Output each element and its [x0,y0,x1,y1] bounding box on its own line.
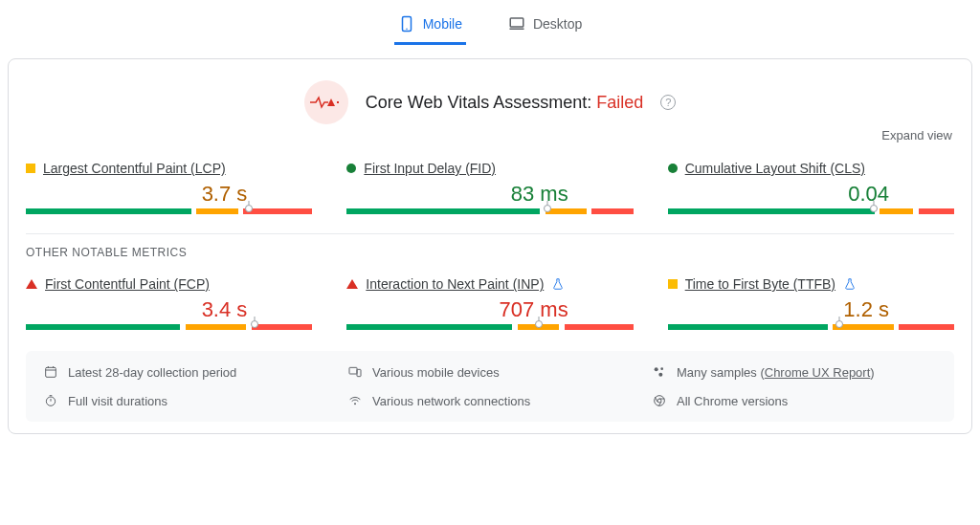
devices-icon [347,364,363,380]
assessment-prefix: Core Web Vitals Assessment: [366,93,596,112]
assessment-status: Failed [596,93,643,112]
footer-period: Latest 28-day collection period [43,364,328,380]
footer-period-text: Latest 28-day collection period [68,365,236,380]
vitals-card: Core Web Vitals Assessment: Failed ? Exp… [8,58,972,434]
stopwatch-icon [43,393,58,408]
metric-value: 1.2 s [668,297,954,322]
tab-mobile-label: Mobile [423,16,462,32]
metric-name-link[interactable]: First Input Delay (FID) [364,161,496,176]
metric-lcp: Largest Contentful Paint (LCP)3.7 s [26,161,312,214]
vitals-pulse-icon [304,80,348,124]
status-shape-icon [26,279,37,289]
footer-versions-text: All Chrome versions [677,394,788,408]
status-shape-icon [346,279,358,289]
footer-samples-text: Many samples (Chrome UX Report) [677,365,875,380]
metric-ttfb: Time to First Byte (TTFB)1.2 s [668,276,954,330]
footer-devices-text: Various mobile devices [372,365,500,380]
metric-value: 0.04 [668,182,954,207]
footer-network: Various network connections [347,393,633,408]
desktop-icon [508,15,525,33]
svg-rect-5 [337,101,339,103]
tab-desktop[interactable]: Desktop [504,10,586,45]
chrome-icon [652,393,667,408]
metric-name-link[interactable]: First Contentful Paint (FCP) [45,276,210,292]
metric-name-link[interactable]: Time to First Byte (TTFB) [685,276,835,292]
footer-samples: Many samples (Chrome UX Report) [652,364,937,380]
section-divider [26,233,954,234]
wifi-icon [347,393,363,408]
metric-distribution-bar [668,208,954,214]
metric-fcp: First Contentful Paint (FCP)3.4 s [26,276,312,330]
metric-value: 83 ms [346,182,633,207]
calendar-icon [43,364,58,380]
svg-point-1 [406,29,408,31]
help-icon[interactable]: ? [660,95,676,110]
svg-rect-6 [46,367,56,377]
core-vitals-grid: Largest Contentful Paint (LCP)3.7 s Firs… [26,161,954,214]
metric-name-link[interactable]: Largest Contentful Paint (LCP) [43,161,226,176]
svg-rect-11 [357,369,361,376]
samples-icon [652,364,667,380]
metric-distribution-bar [346,324,633,330]
metric-inp: Interaction to Next Paint (INP)707 ms [346,276,633,330]
assessment-row: Core Web Vitals Assessment: Failed ? [26,80,954,124]
svg-point-14 [658,373,662,377]
device-tabs: Mobile Desktop [0,0,980,45]
svg-rect-3 [509,29,523,31]
expand-view-link[interactable]: Expand view [881,128,952,142]
footer-durations-text: Full visit durations [68,394,167,408]
svg-marker-4 [327,98,335,106]
mobile-icon [398,15,415,33]
other-metrics-label: OTHER NOTABLE METRICS [26,246,954,259]
assessment-title: Core Web Vitals Assessment: Failed [366,93,643,113]
footer-versions: All Chrome versions [652,393,937,408]
tab-desktop-label: Desktop [533,16,582,32]
metric-distribution-bar [26,208,312,214]
metric-distribution-bar [668,324,954,330]
svg-rect-10 [349,367,357,374]
svg-point-18 [354,403,356,405]
metric-value: 3.4 s [26,297,312,322]
other-metrics-grid: First Contentful Paint (FCP)3.4 s Intera… [26,276,954,330]
status-shape-icon [346,164,356,173]
svg-point-12 [655,367,658,371]
footer-box: Latest 28-day collection period Various … [26,351,954,422]
footer-durations: Full visit durations [43,393,328,408]
flask-icon [551,277,565,291]
flask-icon [843,277,857,291]
metric-distribution-bar [26,324,312,330]
tab-mobile[interactable]: Mobile [394,10,466,45]
svg-point-13 [660,367,663,370]
metric-value: 707 ms [346,297,633,322]
svg-line-22 [655,397,657,402]
status-shape-icon [668,164,678,173]
chrome-ux-report-link[interactable]: Chrome UX Report [765,365,871,380]
metric-name-link[interactable]: Interaction to Next Paint (INP) [366,276,544,292]
metric-value: 3.7 s [26,182,312,207]
metric-name-link[interactable]: Cumulative Layout Shift (CLS) [685,161,865,176]
svg-rect-2 [510,18,523,27]
metric-cls: Cumulative Layout Shift (CLS)0.04 [668,161,954,214]
status-shape-icon [26,164,35,173]
footer-network-text: Various network connections [372,394,530,408]
metric-fid: First Input Delay (FID)83 ms [346,161,633,214]
footer-devices: Various mobile devices [347,364,633,380]
metric-distribution-bar [346,208,633,214]
status-shape-icon [668,279,678,289]
svg-point-15 [46,397,55,405]
